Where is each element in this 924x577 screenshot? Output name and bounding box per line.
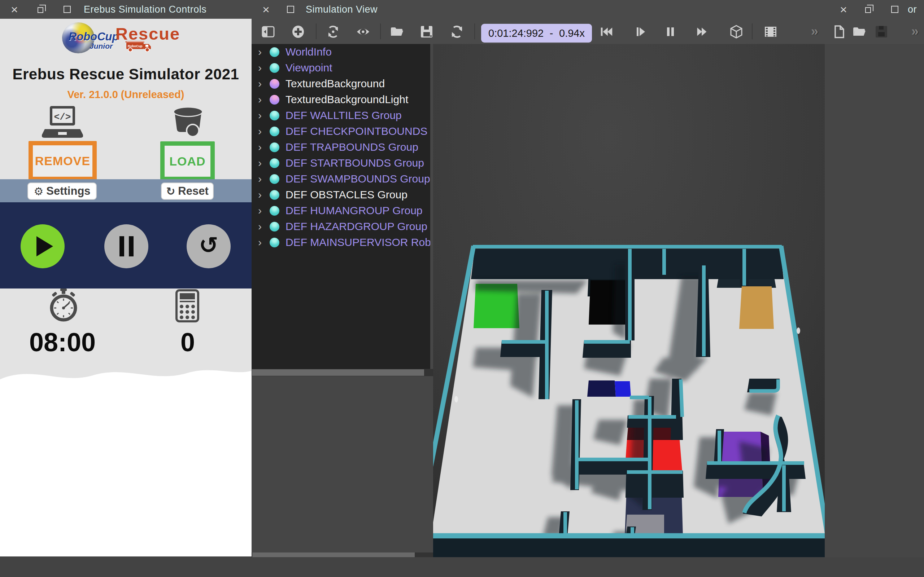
node-label: DEF OBSTACLES Group xyxy=(286,189,407,201)
expander-icon[interactable]: › xyxy=(258,124,262,139)
settings-label: Settings xyxy=(46,185,90,198)
save-file-button[interactable] xyxy=(874,24,889,39)
maximize-icon[interactable] xyxy=(287,6,294,13)
tree-item[interactable]: › WorldInfo xyxy=(252,44,433,60)
restore-icon[interactable] xyxy=(37,7,43,13)
door-notch xyxy=(454,396,458,403)
settings-bar: ⚙ Settings ↻ Reset xyxy=(0,179,252,204)
node-label: DEF SWAMPBOUNDS Group xyxy=(286,173,430,185)
close-icon[interactable]: × xyxy=(11,0,18,19)
3d-viewport[interactable] xyxy=(433,44,825,557)
stopwatch-icon xyxy=(49,288,78,323)
node-label: DEF TRAPBOUNDS Group xyxy=(286,141,418,153)
pane-horizontal-scrollbar[interactable] xyxy=(252,553,433,557)
toolbar-separator xyxy=(316,23,317,39)
toolbar-separator xyxy=(380,23,381,39)
gear-icon: ⚙ xyxy=(34,185,43,198)
toggle-3d-view-button[interactable] xyxy=(729,24,744,39)
maximize-icon[interactable] xyxy=(891,6,898,13)
eye-rendering-button[interactable] xyxy=(355,24,371,39)
calculator-icon xyxy=(175,289,199,322)
fast-forward-button[interactable] xyxy=(695,24,709,39)
restore-icon[interactable] xyxy=(865,7,871,13)
simulation-window: × Simulation View × or xyxy=(252,0,924,557)
remove-button[interactable]: REMOVE xyxy=(29,141,97,181)
node-icon xyxy=(270,158,279,168)
expander-icon[interactable]: › xyxy=(258,172,262,186)
close-icon[interactable]: × xyxy=(840,0,847,19)
tree-item[interactable]: › DEF STARTBOUNDS Group xyxy=(252,155,433,171)
toolbar-separator xyxy=(752,23,753,39)
node-icon xyxy=(270,127,279,136)
reload-world-button[interactable] xyxy=(449,24,465,39)
node-icon xyxy=(270,111,279,121)
code-laptop-icon: </> xyxy=(42,106,83,141)
tree-item[interactable]: › DEF HAZARDGROUP Group xyxy=(252,219,433,234)
expander-icon[interactable]: › xyxy=(258,61,262,75)
overflow-chevrons-icon[interactable]: » xyxy=(911,24,919,39)
tree-item[interactable]: › DEF MAINSUPERVISOR Robot xyxy=(252,234,433,250)
node-icon xyxy=(270,174,279,184)
node-label: DEF MAINSUPERVISOR Robot xyxy=(286,236,433,248)
tree-item[interactable]: › TexturedBackgroundLight xyxy=(252,92,433,108)
open-file-button[interactable] xyxy=(851,24,867,39)
tree-item[interactable]: › DEF TRAPBOUNDS Group xyxy=(252,139,433,155)
rewind-button[interactable] xyxy=(599,24,614,39)
robocup-logo-text: RoboCup xyxy=(69,30,119,43)
overflow-chevrons-icon[interactable]: » xyxy=(811,24,818,39)
pause-button[interactable] xyxy=(104,224,149,268)
settings-button[interactable]: ⚙ Settings xyxy=(27,182,97,200)
tree-item[interactable]: › Viewpoint xyxy=(252,60,433,76)
reset-simulation-button[interactable] xyxy=(326,24,341,39)
expander-icon[interactable]: › xyxy=(258,203,262,218)
reset-button[interactable]: ↻ Reset xyxy=(161,182,214,200)
checkpoint-tile-navy xyxy=(587,380,616,397)
sim-speed: 0.94x xyxy=(559,27,585,39)
score-value: 0 xyxy=(155,327,220,357)
step-button[interactable] xyxy=(633,24,648,39)
close-icon[interactable]: × xyxy=(262,0,270,19)
maximize-icon[interactable] xyxy=(63,6,71,13)
scene-tree-vertical-scrollbar[interactable] xyxy=(430,44,433,369)
simulation-toolbar: 0:01:24:992 - 0.94x » xyxy=(252,19,924,44)
load-button[interactable]: LOAD xyxy=(160,141,215,181)
node-icon xyxy=(270,63,279,73)
node-label: DEF STARTBOUNDS Group xyxy=(286,157,424,169)
tree-item[interactable]: › DEF OBSTACLES Group xyxy=(252,187,433,203)
save-world-button[interactable] xyxy=(419,24,434,39)
toggle-scene-tree-button[interactable] xyxy=(261,24,276,39)
movie-record-button[interactable] xyxy=(763,24,778,39)
tree-item[interactable]: › DEF CHECKPOINTBOUNDS Group xyxy=(252,123,433,139)
scrollbar-thumb[interactable] xyxy=(252,553,415,557)
tree-item[interactable]: › DEF SWAMPBOUNDS Group xyxy=(252,171,433,187)
expander-icon[interactable]: › xyxy=(258,156,262,170)
svg-text:</>: </> xyxy=(54,112,71,122)
play-button[interactable] xyxy=(21,224,65,268)
node-icon xyxy=(270,47,279,57)
sim-dash: - xyxy=(550,27,553,39)
refresh-icon: ↻ xyxy=(166,185,175,198)
expander-icon[interactable]: › xyxy=(258,76,262,91)
scrollbar-thumb[interactable] xyxy=(252,369,424,376)
tree-item[interactable]: › TexturedBackground xyxy=(252,76,433,92)
version-label: Ver. 21.0.0 (Unreleased) xyxy=(0,89,252,101)
pause-button[interactable] xyxy=(663,24,678,39)
tree-item[interactable]: › DEF WALLTILES Group xyxy=(252,108,433,123)
expander-icon[interactable]: › xyxy=(258,92,262,107)
scene-tree-horizontal-scrollbar[interactable] xyxy=(252,369,433,376)
node-icon xyxy=(270,142,279,152)
new-file-button[interactable] xyxy=(832,24,847,39)
add-node-button[interactable] xyxy=(291,24,306,39)
expander-icon[interactable]: › xyxy=(258,45,262,59)
expander-icon[interactable]: › xyxy=(258,140,262,154)
expander-icon[interactable]: › xyxy=(258,235,262,250)
expander-icon[interactable]: › xyxy=(258,187,262,202)
expander-icon[interactable]: › xyxy=(258,108,262,122)
open-world-button[interactable] xyxy=(389,24,404,39)
restart-button[interactable]: ↺ xyxy=(187,224,231,268)
tree-item[interactable]: › DEF HUMANGROUP Group xyxy=(252,203,433,219)
expander-icon[interactable]: › xyxy=(258,219,262,234)
app-heading: Erebus Rescue Simulator 2021 xyxy=(0,66,252,83)
node-icon xyxy=(270,79,279,89)
node-label: WorldInfo xyxy=(286,46,332,58)
